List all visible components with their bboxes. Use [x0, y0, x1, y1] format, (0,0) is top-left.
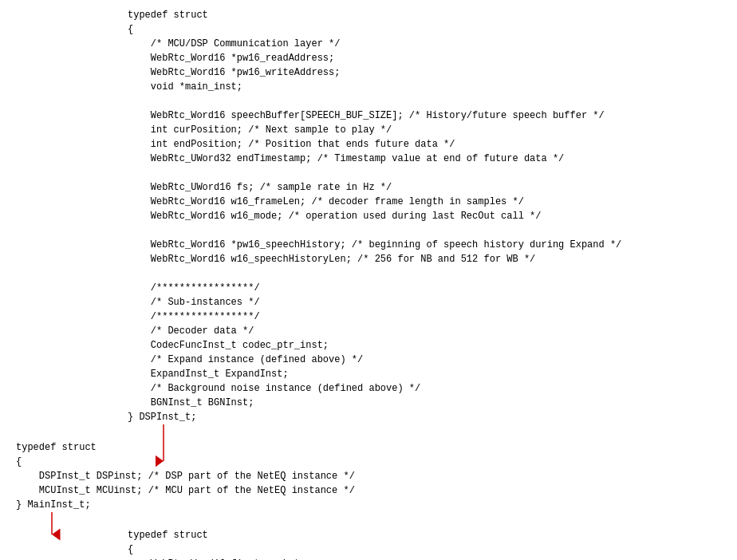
code-container: typedef struct { /* MCU/DSP Communicatio… [0, 0, 737, 560]
dsp-inst-struct: typedef struct { /* MCU/DSP Communicatio… [128, 8, 721, 424]
mcu-inst-code: typedef struct { WebRtc_Word16 first_pac… [128, 528, 721, 560]
main-inst-code: typedef struct { DSPInst_t DSPinst; /* D… [16, 440, 721, 512]
dsp-inst-code: typedef struct { /* MCU/DSP Communicatio… [128, 8, 721, 424]
main-inst-struct: typedef struct { DSPInst_t DSPinst; /* D… [16, 440, 721, 512]
mcu-inst-struct: typedef struct { WebRtc_Word16 first_pac… [128, 528, 721, 560]
